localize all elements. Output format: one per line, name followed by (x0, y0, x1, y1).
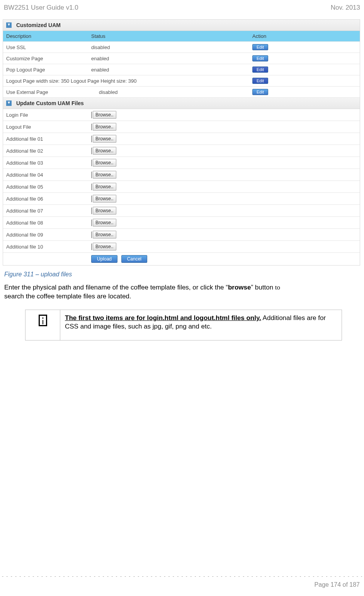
to-word: to (275, 284, 280, 291)
file-path-input[interactable] (91, 184, 92, 190)
file-label: Additional file 08 (6, 220, 91, 226)
file-upload-row: Logout FileBrowse.. (3, 121, 360, 133)
info-icon (39, 315, 47, 326)
file-upload-row: Additional file 06Browse.. (3, 193, 360, 205)
browse-word: browse (228, 284, 251, 291)
body-text-part: ” button (251, 284, 275, 291)
file-upload-row: Additional file 07Browse.. (3, 205, 360, 217)
edit-button[interactable]: Edit (252, 44, 268, 50)
browse-button[interactable]: Browse.. (93, 195, 116, 203)
panel-title-update-files: Update Custom UAM Files (3, 98, 360, 109)
table-row: Customize Page enabled Edit (3, 53, 360, 64)
row-desc: Pop Logout Page (6, 67, 91, 73)
browse-button[interactable]: Browse.. (93, 135, 116, 143)
file-label: Additional file 09 (6, 232, 91, 238)
file-path-input[interactable] (91, 232, 92, 238)
browse-button[interactable]: Browse.. (93, 147, 116, 155)
file-label: Logout File (6, 124, 91, 130)
file-upload-row: Login FileBrowse.. (3, 109, 360, 121)
browse-button[interactable]: Browse.. (93, 243, 116, 250)
body-text-part: search the coffee template files are loc… (4, 293, 131, 300)
footer-divider: - - - - - - - - - - - - - - - - - - - - … (2, 574, 362, 579)
file-label: Login File (6, 112, 91, 118)
table-row: Use SSL disabled Edit (3, 42, 360, 53)
info-note-text: The first two items are for login.html a… (60, 310, 342, 340)
doc-footer: - - - - - - - - - - - - - - - - - - - - … (2, 574, 362, 588)
browse-button[interactable]: Browse.. (93, 207, 116, 215)
file-label: Additional file 06 (6, 196, 91, 202)
file-label: Additional file 07 (6, 208, 91, 214)
figure-caption: Figure 311 – upload files (2, 266, 362, 281)
file-upload-row: Additional file 02Browse.. (3, 145, 360, 157)
table-row: Pop Logout Page enabled Edit (3, 64, 360, 75)
panel-title-text: Update Custom UAM Files (16, 100, 84, 106)
file-path-input[interactable] (91, 148, 92, 154)
file-label: Additional file 02 (6, 148, 91, 154)
file-path-input[interactable] (91, 196, 92, 202)
action-bar: Upload Cancel (3, 253, 360, 265)
file-upload-row: Additional file 01Browse.. (3, 133, 360, 145)
file-label: Additional file 03 (6, 160, 91, 166)
doc-header: BW2251 User Guide v1.0 Nov. 2013 (2, 4, 362, 15)
file-upload-row: Additional file 09Browse.. (3, 229, 360, 241)
file-upload-row: Additional file 08Browse.. (3, 217, 360, 229)
collapse-icon[interactable] (6, 22, 12, 28)
browse-button[interactable]: Browse.. (93, 123, 116, 131)
file-upload-row: Additional file 04Browse.. (3, 169, 360, 181)
table-row: Logout Page width size: 350 Logout Page … (3, 75, 360, 87)
info-icon-cell (26, 310, 60, 340)
doc-date: Nov. 2013 (331, 4, 360, 12)
file-path-input[interactable] (91, 136, 92, 142)
file-label: Additional file 10 (6, 244, 91, 250)
row-desc: Use External Page (6, 89, 99, 95)
cancel-button[interactable]: Cancel (121, 255, 147, 263)
file-path-input[interactable] (91, 124, 92, 130)
file-upload-row: Additional file 10Browse.. (3, 241, 360, 253)
panel-title-text: Customized UAM (16, 22, 61, 28)
browse-button[interactable]: Browse.. (93, 111, 116, 119)
page-number: Page 174 of 187 (2, 579, 362, 588)
file-path-input[interactable] (91, 208, 92, 214)
edit-button[interactable]: Edit (252, 78, 268, 84)
file-upload-row: Additional file 03Browse.. (3, 157, 360, 169)
panel-title-customized-uam: Customized UAM (3, 20, 360, 31)
browse-button[interactable]: Browse.. (93, 159, 116, 167)
browse-button[interactable]: Browse.. (93, 183, 116, 191)
row-status: disabled (99, 89, 252, 95)
file-label: Additional file 05 (6, 184, 91, 190)
body-paragraph: Enter the physical path and filename of … (2, 281, 362, 301)
note-lead: The first two items are for login.html a… (65, 314, 261, 322)
browse-button[interactable]: Browse.. (93, 231, 116, 238)
customized-uam-panel: Customized UAM Description Status Action… (3, 19, 360, 266)
col-action: Action (252, 33, 357, 39)
col-status: Status (91, 33, 252, 39)
table-row: Use External Page disabled Edit (3, 87, 360, 98)
doc-title: BW2251 User Guide v1.0 (4, 4, 78, 12)
file-label: Additional file 01 (6, 136, 91, 142)
row-status: enabled (91, 56, 252, 61)
row-desc: Logout Page width size: 350 Logout Page … (6, 78, 252, 84)
body-text-part: Enter the physical path and filename of … (4, 284, 228, 291)
file-upload-row: Additional file 05Browse.. (3, 181, 360, 193)
browse-button[interactable]: Browse.. (93, 219, 116, 226)
upload-button[interactable]: Upload (91, 255, 117, 263)
edit-button[interactable]: Edit (252, 89, 268, 95)
row-desc: Customize Page (6, 56, 91, 61)
row-status: disabled (91, 44, 252, 50)
row-desc: Use SSL (6, 44, 91, 50)
file-path-input[interactable] (91, 244, 92, 250)
edit-button[interactable]: Edit (252, 66, 268, 73)
file-label: Additional file 04 (6, 172, 91, 178)
row-status: enabled (91, 67, 252, 73)
file-path-input[interactable] (91, 160, 92, 166)
edit-button[interactable]: Edit (252, 55, 268, 61)
file-path-input[interactable] (91, 112, 92, 118)
collapse-icon[interactable] (6, 100, 12, 106)
table-header-row: Description Status Action (3, 31, 360, 42)
col-description: Description (6, 33, 91, 39)
info-note-box: The first two items are for login.html a… (25, 310, 342, 341)
file-path-input[interactable] (91, 220, 92, 226)
browse-button[interactable]: Browse.. (93, 171, 116, 179)
file-path-input[interactable] (91, 172, 92, 178)
